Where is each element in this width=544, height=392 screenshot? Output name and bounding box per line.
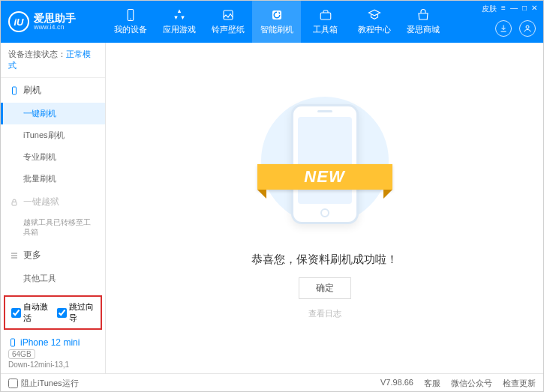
- menu-download-fw[interactable]: 下载固件: [1, 289, 105, 292]
- graduate-icon: [368, 8, 381, 22]
- menu-button[interactable]: ≡: [501, 4, 506, 14]
- app-logo-icon: iU: [8, 11, 29, 32]
- device-phone-icon: [8, 338, 17, 347]
- flash-icon: [270, 8, 284, 22]
- jailbreak-note: 越狱工具已转移至工具箱: [1, 214, 105, 243]
- footer: 阻止iTunes运行 V7.98.66 客服 微信公众号 检查更新: [1, 373, 543, 392]
- device-info[interactable]: iPhone 12 mini 64GB Down-12mini-13,1: [1, 333, 105, 373]
- svg-rect-7: [12, 202, 17, 205]
- section-jailbreak: 一键越狱: [1, 190, 105, 214]
- phone-small-icon: [10, 86, 19, 95]
- account-button[interactable]: [519, 20, 536, 37]
- options-box: 自动激活 跳过向导: [4, 295, 102, 330]
- menu-batch-flash[interactable]: 批量刷机: [1, 168, 105, 190]
- sidebar: 设备连接状态：正常模式 刷机 一键刷机 iTunes刷机 专业刷机 批量刷机 一…: [1, 43, 106, 373]
- nav-my-device[interactable]: 我的设备: [106, 1, 155, 43]
- device-firmware: Down-12mini-13,1: [8, 361, 98, 369]
- header-actions: [495, 20, 536, 37]
- new-banner: NEW: [257, 164, 392, 190]
- phone-icon: [124, 8, 137, 22]
- app-header: iU 爱思助手 www.i4.cn 我的设备 应用游戏 铃声壁纸 智能刷机 工具…: [1, 1, 543, 43]
- nav-tutorials[interactable]: 教程中心: [350, 1, 398, 43]
- svg-point-1: [130, 19, 131, 20]
- ok-button[interactable]: 确定: [299, 277, 351, 299]
- skip-guide-checkbox[interactable]: 跳过向导: [57, 301, 95, 324]
- check-update-link[interactable]: 检查更新: [503, 378, 536, 389]
- main-content: NEW 恭喜您，保资料刷机成功啦！ 确定 查看日志: [106, 43, 543, 373]
- window-controls: 皮肤 ≡ — □ ✕: [482, 4, 537, 14]
- nav-ringtones[interactable]: 铃声壁纸: [203, 1, 252, 43]
- svg-rect-4: [320, 13, 331, 19]
- app-title: 爱思助手: [34, 13, 76, 23]
- nav-toolbox[interactable]: 工具箱: [301, 1, 350, 43]
- svg-rect-6: [13, 87, 17, 94]
- list-icon: [10, 251, 19, 260]
- version-label: V7.98.66: [380, 378, 413, 389]
- minimize-button[interactable]: —: [510, 4, 518, 14]
- maximize-button[interactable]: □: [522, 4, 527, 14]
- menu-itunes-flash[interactable]: iTunes刷机: [1, 124, 105, 146]
- block-itunes-checkbox[interactable]: 阻止iTunes运行: [8, 378, 79, 389]
- connection-status: 设备连接状态：正常模式: [1, 43, 105, 78]
- section-more[interactable]: 更多: [1, 243, 105, 268]
- main-nav: 我的设备 应用游戏 铃声壁纸 智能刷机 工具箱 教程中心 爱思商城: [106, 1, 447, 43]
- nav-flash[interactable]: 智能刷机: [252, 1, 301, 43]
- wallpaper-icon: [221, 8, 235, 22]
- close-button[interactable]: ✕: [531, 4, 537, 14]
- device-name: iPhone 12 mini: [8, 337, 98, 348]
- support-link[interactable]: 客服: [424, 378, 440, 389]
- wechat-link[interactable]: 微信公众号: [451, 378, 492, 389]
- svg-point-5: [526, 25, 529, 28]
- toolbox-icon: [319, 8, 332, 22]
- menu-other-tools[interactable]: 其他工具: [1, 268, 105, 289]
- success-illustration: NEW: [269, 97, 381, 239]
- lock-icon: [10, 198, 19, 207]
- skin-button[interactable]: 皮肤: [482, 4, 497, 14]
- logo: iU 爱思助手 www.i4.cn: [1, 11, 106, 32]
- menu-oneclick-flash[interactable]: 一键刷机: [1, 103, 105, 124]
- apps-icon: [173, 8, 186, 22]
- download-button[interactable]: [495, 20, 512, 37]
- section-flash[interactable]: 刷机: [1, 78, 105, 103]
- device-storage: 64GB: [8, 349, 35, 359]
- nav-store[interactable]: 爱思商城: [398, 1, 447, 43]
- app-url: www.i4.cn: [34, 23, 76, 31]
- auto-activate-checkbox[interactable]: 自动激活: [11, 301, 50, 324]
- view-log-link[interactable]: 查看日志: [308, 308, 341, 319]
- svg-rect-8: [11, 339, 15, 346]
- nav-apps[interactable]: 应用游戏: [155, 1, 203, 43]
- success-message: 恭喜您，保资料刷机成功啦！: [251, 253, 398, 267]
- menu-pro-flash[interactable]: 专业刷机: [1, 146, 105, 168]
- store-icon: [416, 8, 430, 22]
